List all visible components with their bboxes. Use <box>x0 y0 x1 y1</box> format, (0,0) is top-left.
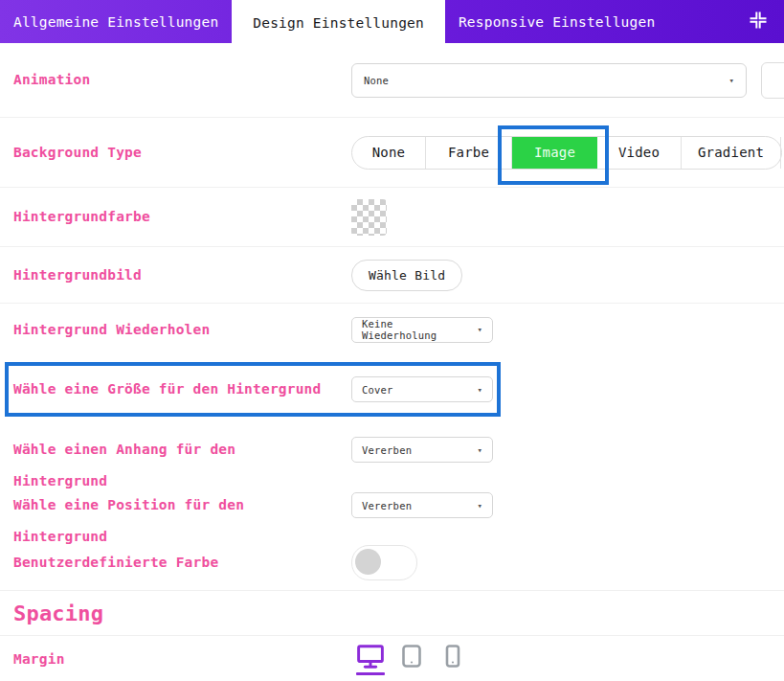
tablet-icon[interactable] <box>397 644 426 675</box>
row-background-position: Wähle eine Position für den Hintergrund … <box>0 480 784 535</box>
background-size-select[interactable]: Cover ▾ <box>351 376 493 402</box>
background-size-value: Cover <box>362 384 393 396</box>
row-background-color: Hintergrundfarbe <box>0 188 784 247</box>
desktop-icon[interactable] <box>356 644 385 675</box>
toggle-knob <box>355 549 381 575</box>
animation-select[interactable]: None ▾ <box>351 63 747 98</box>
row-margin: Margin <box>0 636 784 681</box>
row-background-size-highlighted: Wähle eine Größe für den Hintergrund Cov… <box>5 362 501 417</box>
caret-down-icon: ▾ <box>477 385 482 395</box>
custom-color-label: Benutzerdefinierte Farbe <box>13 552 351 573</box>
margin-label: Margin <box>13 648 351 670</box>
mobile-icon[interactable] <box>438 644 467 675</box>
background-type-option-video[interactable]: Video <box>597 137 682 169</box>
spacing-section-header: Spacing <box>0 591 784 636</box>
caret-down-icon: ▾ <box>477 325 482 334</box>
spacing-heading: Spacing <box>13 602 103 625</box>
background-repeat-value: Keine Wiederholung <box>362 318 469 341</box>
collapse-icon[interactable] <box>748 10 769 31</box>
caret-down-icon: ▾ <box>477 501 482 511</box>
row-background-type: Background Type None Farbe Image Video G… <box>0 118 784 188</box>
animation-label: Animation <box>13 69 351 90</box>
background-attachment-value: Vererben <box>362 444 412 456</box>
row-background-attachment: Wähle einen Anhang für den Hintergrund V… <box>0 424 784 480</box>
tab-bar: Allgemeine Einstellungen Design Einstell… <box>0 0 784 43</box>
device-switcher <box>356 644 467 675</box>
custom-color-toggle[interactable] <box>351 545 417 580</box>
background-size-label: Wähle eine Größe für den Hintergrund <box>13 378 351 399</box>
background-type-option-farbe[interactable]: Farbe <box>426 137 512 169</box>
background-image-label: Hintergrundbild <box>13 264 351 285</box>
row-background-image: Hintergrundbild Wähle Bild <box>0 247 784 304</box>
background-color-swatch[interactable] <box>351 199 387 236</box>
choose-image-button[interactable]: Wähle Bild <box>351 260 462 291</box>
background-repeat-select[interactable]: Keine Wiederholung ▾ <box>351 317 493 343</box>
animation-extra-field[interactable] <box>761 62 784 99</box>
background-type-option-none[interactable]: None <box>352 137 426 169</box>
tab-design-settings[interactable]: Design Einstellungen <box>232 0 445 46</box>
background-type-option-image[interactable]: Image <box>512 137 597 169</box>
tab-responsive-settings[interactable]: Responsive Einstellugen <box>445 0 668 43</box>
background-color-label: Hintergrundfarbe <box>13 206 351 227</box>
background-type-option-gradient[interactable]: Gradient <box>682 137 781 169</box>
row-background-repeat: Hintergrund Wiederholen Keine Wiederholu… <box>0 304 784 355</box>
background-repeat-label: Hintergrund Wiederholen <box>13 319 351 340</box>
background-position-value: Vererben <box>362 500 412 511</box>
background-position-select[interactable]: Vererben ▾ <box>351 492 493 518</box>
tab-general-settings[interactable]: Allgemeine Einstellungen <box>0 0 232 43</box>
background-attachment-select[interactable]: Vererben ▾ <box>351 437 493 463</box>
animation-select-value: None <box>364 75 389 86</box>
design-settings-panel: Allgemeine Einstellungen Design Einstell… <box>0 0 784 681</box>
row-custom-color: Benutzerdefinierte Farbe <box>0 535 784 591</box>
row-animation: Animation None ▾ <box>0 43 784 118</box>
caret-down-icon: ▾ <box>477 445 482 455</box>
background-type-button-group: None Farbe Image Video Gradient <box>351 136 782 170</box>
caret-down-icon: ▾ <box>728 76 734 85</box>
background-type-label: Background Type <box>13 142 351 163</box>
active-device-underline <box>356 672 385 675</box>
